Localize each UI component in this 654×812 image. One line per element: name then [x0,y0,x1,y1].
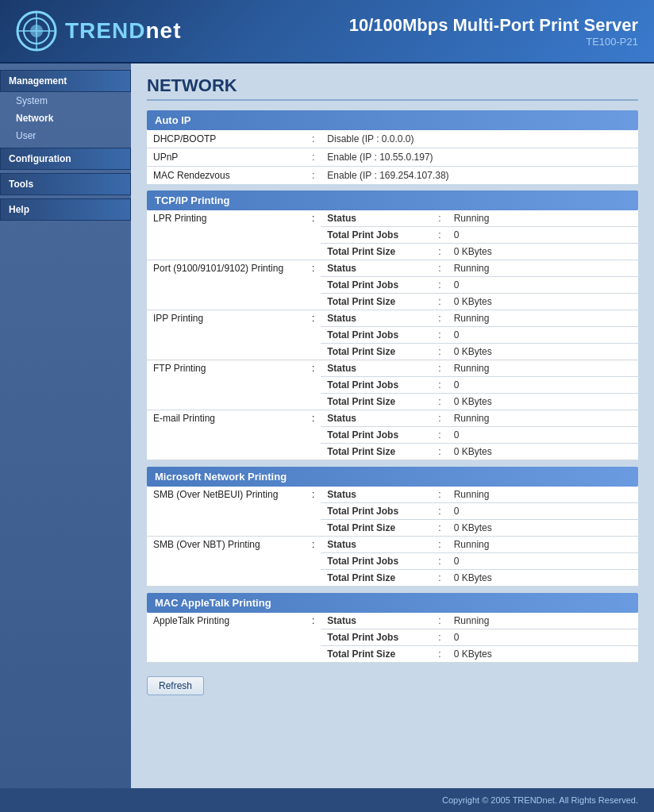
brand-name: TRENDnet [65,18,181,44]
table-row: E-mail Printing : Status : Running [147,410,638,427]
smb-netbeui-label: SMB (Over NetBEUI) Printing [147,487,306,537]
sidebar-item-user[interactable]: User [0,127,131,144]
microsoft-section: Microsoft Network Printing SMB (Over Net… [147,467,638,587]
table-row: SMB (Over NetBEUI) Printing : Status : R… [147,487,638,503]
table-row separator-row: Port (9100/9101/9102) Printing : Status … [147,260,638,277]
table-row: FTP Printing : Status : Running [147,360,638,377]
tcp-ip-section: TCP/IP Printing LPR Printing : Status : … [147,190,638,460]
trendnet-logo-icon [16,10,57,52]
table-row: DHCP/BOOTP : Disable (IP : 0.0.0.0) [147,130,638,148]
lpr-label: LPR Printing [147,210,306,260]
port-label: Port (9100/9101/9102) Printing [147,260,306,310]
ftp-label: FTP Printing [147,360,306,410]
refresh-button[interactable]: Refresh [147,676,204,695]
total-jobs-value: 0 [448,227,638,244]
table-row: SMB (Over NBT) Printing : Status : Runni… [147,537,638,553]
management-section: Management System Network User [0,70,131,144]
microsoft-table: SMB (Over NetBEUI) Printing : Status : R… [147,487,638,587]
tools-section: Tools [0,173,131,195]
auto-ip-table: DHCP/BOOTP : Disable (IP : 0.0.0.0) UPnP… [147,130,638,184]
total-size-value: 0 KBytes [448,244,638,260]
mac-rendezvous-label: MAC Rendezvous [147,167,306,185]
brand-prefix: TREND [65,18,145,43]
table-row: AppleTalk Printing : Status : Running [147,613,638,629]
help-button[interactable]: Help [0,198,131,221]
footer: Copyright © 2005 TRENDnet. All Rights Re… [0,788,654,812]
header-title-block: 10/100Mbps Multi-Port Print Server TE100… [349,15,638,48]
microsoft-header: Microsoft Network Printing [147,467,638,487]
header: TRENDnet 10/100Mbps Multi-Port Print Ser… [0,0,654,63]
dhcp-label: DHCP/BOOTP [147,130,306,148]
status-label: Status [321,210,432,227]
colon: : [306,130,321,148]
sidebar: Management System Network User Configura… [0,63,131,788]
dhcp-value: Disable (IP : 0.0.0.0) [321,130,638,148]
sidebar-item-network[interactable]: Network [0,110,131,127]
sub-title: TE100-P21 [349,36,638,48]
mac-rendezvous-value: Enable (IP : 169.254.107.38) [321,167,638,185]
table-row: LPR Printing : Status : Running [147,210,638,227]
table-row: MAC Rendezvous : Enable (IP : 169.254.10… [147,167,638,185]
brand-suffix: net [145,18,181,43]
logo-area: TRENDnet [16,10,181,52]
upnp-value: Enable (IP : 10.55.0.197) [321,148,638,167]
auto-ip-header: Auto IP [147,110,638,130]
help-section: Help [0,198,131,221]
tcp-ip-table: LPR Printing : Status : Running Total Pr… [147,210,638,460]
appletalk-label: AppleTalk Printing [147,613,306,663]
upnp-label: UPnP [147,148,306,167]
tcp-ip-header: TCP/IP Printing [147,190,638,210]
colon: : [306,148,321,167]
mac-appletalk-section: MAC AppleTalk Printing AppleTalk Printin… [147,593,638,663]
auto-ip-section: Auto IP DHCP/BOOTP : Disable (IP : 0.0.0… [147,110,638,184]
total-jobs-label: Total Print Jobs [321,227,432,244]
mac-appletalk-table: AppleTalk Printing : Status : Running To… [147,613,638,663]
table-row: UPnP : Enable (IP : 10.55.0.197) [147,148,638,167]
mac-appletalk-header: MAC AppleTalk Printing [147,593,638,613]
email-label: E-mail Printing [147,410,306,460]
tools-button[interactable]: Tools [0,173,131,195]
management-header[interactable]: Management [0,70,131,92]
ipp-label: IPP Printing [147,310,306,360]
status-value: Running [448,210,638,227]
table-row: IPP Printing : Status : Running [147,310,638,327]
smb-nbt-label: SMB (Over NBT) Printing [147,537,306,587]
main-title: 10/100Mbps Multi-Port Print Server [349,15,638,36]
page-title: NETWORK [147,75,638,101]
total-size-label: Total Print Size [321,244,432,260]
content-area: NETWORK Auto IP DHCP/BOOTP : Disable (IP… [131,63,654,788]
configuration-button[interactable]: Configuration [0,148,131,170]
copyright-text: Copyright © 2005 TRENDnet. All Rights Re… [442,795,638,805]
configuration-section: Configuration [0,148,131,170]
colon: : [306,167,321,185]
sidebar-item-system[interactable]: System [0,92,131,110]
colon: : [306,210,321,260]
